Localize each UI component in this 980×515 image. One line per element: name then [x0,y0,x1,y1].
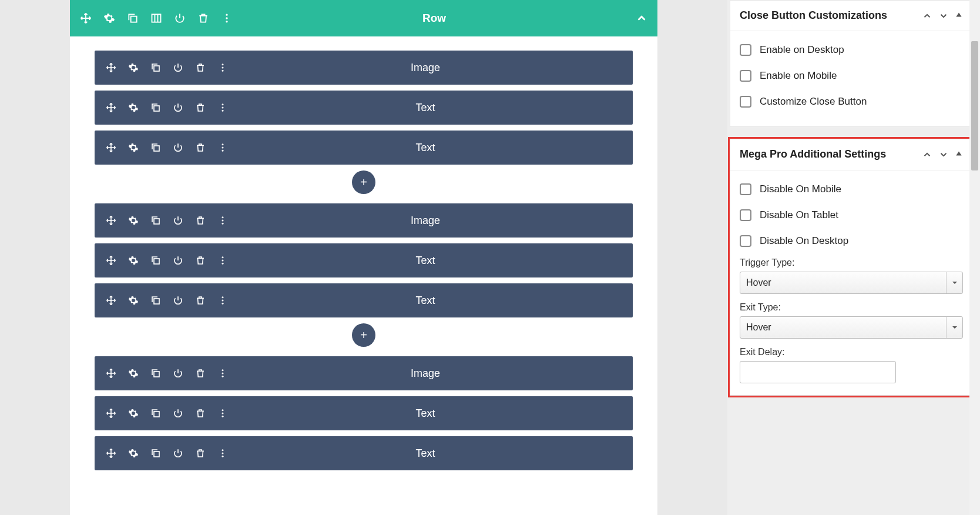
chevron-down-icon[interactable] [938,149,949,160]
gear-icon[interactable] [127,367,139,379]
gear-icon[interactable] [127,62,139,73]
power-icon[interactable] [172,295,184,306]
gear-icon[interactable] [127,255,139,266]
element-text[interactable]: Text [95,436,633,470]
move-icon[interactable] [105,62,117,73]
add-element-button[interactable]: + [352,170,375,194]
power-icon[interactable] [172,407,184,419]
duplicate-icon[interactable] [150,62,162,73]
gear-icon[interactable] [127,215,139,226]
scrollbar[interactable] [969,0,980,515]
move-icon[interactable] [79,12,92,25]
trash-icon[interactable] [197,12,210,25]
option-disable-desktop[interactable]: Disable On Desktop [740,228,963,254]
panel-header[interactable]: Mega Pro Additional Settings [730,139,972,170]
power-icon[interactable] [172,255,184,266]
duplicate-icon[interactable] [150,295,162,306]
more-icon[interactable] [220,12,233,25]
gear-icon[interactable] [127,295,139,306]
exit-delay-input[interactable] [740,361,896,383]
move-icon[interactable] [105,102,117,113]
row-header[interactable]: Row [70,0,657,36]
panel-header[interactable]: Close Button Customizations [730,1,972,31]
option-enable-desktop[interactable]: Enable on Desktop [740,37,963,63]
duplicate-icon[interactable] [150,407,162,419]
element-text[interactable]: Text [95,396,633,430]
trash-icon[interactable] [194,255,206,266]
checkbox[interactable] [740,70,751,82]
trash-icon[interactable] [194,447,206,459]
trash-icon[interactable] [194,142,206,153]
trash-icon[interactable] [194,295,206,306]
gear-icon[interactable] [127,407,139,419]
option-enable-mobile[interactable]: Enable on Mobile [740,63,963,89]
duplicate-icon[interactable] [150,102,162,113]
checkbox[interactable] [740,44,751,56]
move-icon[interactable] [105,407,117,419]
element-text[interactable]: Text [95,283,633,317]
gear-icon[interactable] [127,102,139,113]
move-icon[interactable] [105,447,117,459]
more-icon[interactable] [217,367,229,379]
more-icon[interactable] [217,295,229,306]
power-icon[interactable] [172,447,184,459]
add-element-button[interactable]: + [352,323,375,347]
element-image[interactable]: Image [95,356,633,390]
move-icon[interactable] [105,295,117,306]
checkbox[interactable] [740,183,751,195]
trash-icon[interactable] [194,215,206,226]
power-icon[interactable] [172,62,184,73]
trash-icon[interactable] [194,367,206,379]
checkbox-label: Enable on Mobile [760,70,837,82]
trigger-type-select[interactable]: Hover [740,272,963,294]
element-text[interactable]: Text [95,91,633,125]
trash-icon[interactable] [194,62,206,73]
duplicate-icon[interactable] [126,12,139,25]
gear-icon[interactable] [103,12,116,25]
checkbox[interactable] [740,209,751,221]
chevron-up-icon[interactable] [922,149,932,160]
option-disable-tablet[interactable]: Disable On Tablet [740,202,963,228]
duplicate-icon[interactable] [150,142,162,153]
power-icon[interactable] [172,102,184,113]
more-icon[interactable] [217,62,229,73]
move-icon[interactable] [105,142,117,153]
power-icon[interactable] [172,142,184,153]
duplicate-icon[interactable] [150,255,162,266]
option-customize-close-button[interactable]: Customize Close Button [740,89,963,115]
element-text[interactable]: Text [95,243,633,277]
option-disable-mobile[interactable]: Disable On Mobile [740,176,963,202]
move-icon[interactable] [105,255,117,266]
more-icon[interactable] [217,215,229,226]
more-icon[interactable] [217,255,229,266]
more-icon[interactable] [217,407,229,419]
triangle-up-icon[interactable] [955,11,963,21]
power-icon[interactable] [172,367,184,379]
duplicate-icon[interactable] [150,367,162,379]
trash-icon[interactable] [194,102,206,113]
duplicate-icon[interactable] [150,215,162,226]
element-image[interactable]: Image [95,203,633,238]
columns-icon[interactable] [150,12,163,25]
power-icon[interactable] [173,12,186,25]
collapse-icon[interactable] [635,12,648,25]
checkbox[interactable] [740,235,751,247]
element-image[interactable]: Image [95,51,633,85]
chevron-up-icon[interactable] [922,11,932,21]
move-icon[interactable] [105,367,117,379]
move-icon[interactable] [105,215,117,226]
scrollbar-thumb[interactable] [971,41,978,170]
more-icon[interactable] [217,142,229,153]
trash-icon[interactable] [194,407,206,419]
more-icon[interactable] [217,102,229,113]
more-icon[interactable] [217,447,229,459]
duplicate-icon[interactable] [150,447,162,459]
exit-type-select[interactable]: Hover [740,316,963,339]
element-text[interactable]: Text [95,131,633,165]
checkbox[interactable] [740,96,751,108]
power-icon[interactable] [172,215,184,226]
chevron-down-icon[interactable] [938,11,949,21]
gear-icon[interactable] [127,142,139,153]
triangle-up-icon[interactable] [955,149,963,160]
gear-icon[interactable] [127,447,139,459]
